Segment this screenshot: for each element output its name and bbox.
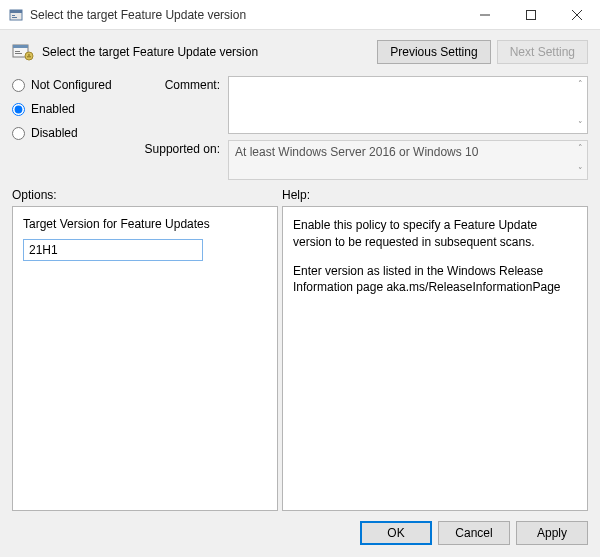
- titlebar: Select the target Feature Update version: [0, 0, 600, 30]
- svg-rect-1: [10, 10, 22, 13]
- svg-rect-11: [15, 53, 22, 54]
- comment-label: Comment:: [140, 76, 220, 134]
- help-section-label: Help:: [282, 188, 588, 202]
- scroll-down-icon[interactable]: ˅: [578, 121, 583, 130]
- radio-not-configured-input[interactable]: [12, 79, 25, 92]
- panels-row: Target Version for Feature Updates Enabl…: [0, 206, 600, 511]
- supported-text: At least Windows Server 2016 or Windows …: [228, 140, 588, 180]
- content-area: Select the target Feature Update version…: [0, 30, 600, 557]
- nav-buttons: Previous Setting Next Setting: [377, 40, 588, 64]
- scroll-up-icon[interactable]: ˄: [578, 144, 583, 153]
- apply-button[interactable]: Apply: [516, 521, 588, 545]
- svg-rect-2: [12, 15, 15, 16]
- supported-label: Supported on:: [140, 140, 220, 180]
- policy-title: Select the target Feature Update version: [42, 45, 377, 59]
- next-setting-button: Next Setting: [497, 40, 588, 64]
- minimize-button[interactable]: [462, 0, 508, 29]
- app-icon: [8, 7, 24, 23]
- comment-textarea[interactable]: ˄ ˅: [228, 76, 588, 134]
- config-row: Not Configured Enabled Disabled Comment:…: [0, 70, 600, 184]
- options-panel: Target Version for Feature Updates: [12, 206, 278, 511]
- supported-value: At least Windows Server 2016 or Windows …: [235, 145, 478, 159]
- scroll-down-icon[interactable]: ˅: [578, 167, 583, 176]
- help-paragraph-1: Enable this policy to specify a Feature …: [293, 217, 577, 251]
- ok-button[interactable]: OK: [360, 521, 432, 545]
- labeled-fields: Comment: ˄ ˅ Supported on: At least Wind…: [140, 76, 588, 180]
- state-radios: Not Configured Enabled Disabled: [12, 76, 132, 180]
- footer-buttons: OK Cancel Apply: [0, 511, 600, 557]
- radio-disabled-label: Disabled: [31, 126, 78, 140]
- target-version-input[interactable]: [23, 239, 203, 261]
- window-controls: [462, 0, 600, 29]
- radio-enabled-input[interactable]: [12, 103, 25, 116]
- options-section-label: Options:: [12, 188, 282, 202]
- help-panel: Enable this policy to specify a Feature …: [282, 206, 588, 511]
- radio-disabled-input[interactable]: [12, 127, 25, 140]
- svg-rect-3: [12, 17, 17, 18]
- section-labels: Options: Help:: [0, 184, 600, 206]
- radio-enabled[interactable]: Enabled: [12, 102, 132, 116]
- maximize-button[interactable]: [508, 0, 554, 29]
- policy-icon: [12, 43, 34, 61]
- radio-disabled[interactable]: Disabled: [12, 126, 132, 140]
- policy-header: Select the target Feature Update version…: [0, 30, 600, 70]
- window-title: Select the target Feature Update version: [30, 8, 462, 22]
- radio-not-configured[interactable]: Not Configured: [12, 78, 132, 92]
- previous-setting-button[interactable]: Previous Setting: [377, 40, 490, 64]
- help-paragraph-2: Enter version as listed in the Windows R…: [293, 263, 577, 297]
- svg-rect-14: [27, 56, 31, 57]
- target-version-label: Target Version for Feature Updates: [23, 217, 267, 231]
- radio-not-configured-label: Not Configured: [31, 78, 112, 92]
- svg-rect-10: [15, 51, 20, 52]
- radio-enabled-label: Enabled: [31, 102, 75, 116]
- close-button[interactable]: [554, 0, 600, 29]
- comment-row: Comment: ˄ ˅: [140, 76, 588, 134]
- supported-row: Supported on: At least Windows Server 20…: [140, 140, 588, 180]
- svg-rect-5: [527, 10, 536, 19]
- cancel-button[interactable]: Cancel: [438, 521, 510, 545]
- svg-rect-9: [13, 45, 28, 48]
- scroll-up-icon[interactable]: ˄: [578, 80, 583, 89]
